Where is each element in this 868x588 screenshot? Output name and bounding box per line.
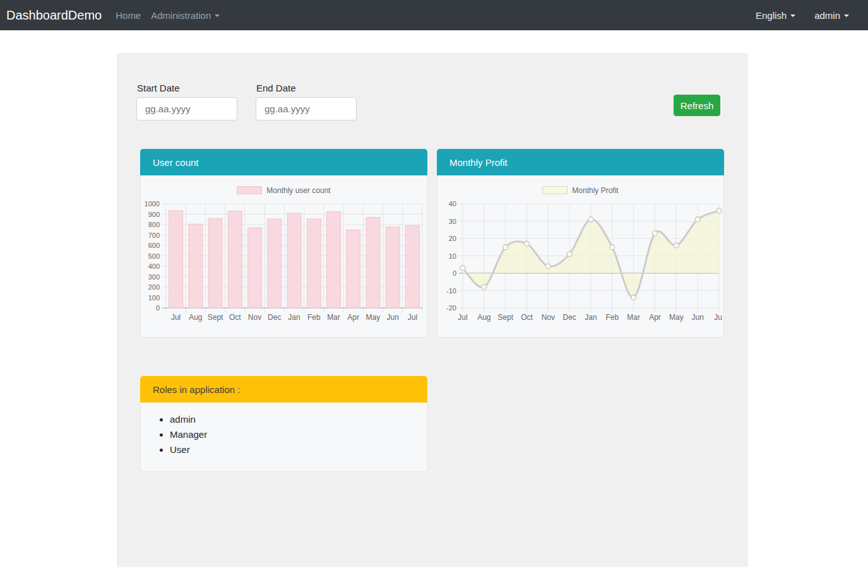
role-item: User — [170, 444, 427, 455]
svg-text:Jan: Jan — [585, 313, 597, 322]
svg-text:Feb: Feb — [307, 313, 321, 322]
roles-panel-header: Roles in application : — [140, 376, 427, 403]
svg-text:30: 30 — [449, 218, 456, 225]
navbar: DashboardDemo Home Administration Englis… — [0, 0, 868, 30]
user-count-panel: User count Monthly user count 0100200300… — [140, 149, 427, 338]
username-label: admin — [814, 10, 840, 21]
monthly-profit-panel-header: Monthly Profit — [437, 149, 724, 175]
roles-panel-title: Roles in application : — [153, 384, 240, 395]
svg-text:700: 700 — [148, 232, 160, 239]
svg-text:Aug: Aug — [477, 313, 490, 322]
refresh-button[interactable]: Refresh — [674, 95, 720, 116]
monthly-profit-panel: Monthly Profit Monthly Profit -20-100102… — [437, 149, 724, 338]
roles-list: admin Manager User — [141, 414, 427, 455]
end-date-label: End Date — [256, 83, 296, 93]
svg-text:Jul: Jul — [458, 313, 467, 322]
svg-text:Jan: Jan — [288, 313, 300, 322]
screen: DashboardDemo Home Administration Englis… — [0, 0, 868, 588]
chevron-down-icon — [215, 15, 220, 17]
user-count-panel-title: User count — [153, 157, 199, 168]
monthly-profit-line-chart: -20-10010203040JulAugSeptOctNovDecJanFeb… — [439, 198, 722, 328]
svg-text:500: 500 — [148, 252, 160, 260]
svg-text:Aug: Aug — [189, 313, 202, 322]
svg-text:100: 100 — [148, 294, 160, 302]
svg-text:May: May — [669, 313, 684, 322]
monthly-profit-panel-title: Monthly Profit — [449, 157, 508, 168]
user-count-panel-body: Monthly user count 010020030040050060070… — [141, 185, 427, 328]
svg-text:Jul: Jul — [714, 313, 722, 322]
brand-link[interactable]: DashboardDemo — [6, 8, 102, 23]
svg-text:Mar: Mar — [627, 313, 640, 322]
svg-text:Dec: Dec — [268, 313, 281, 322]
roles-panel-body: admin Manager User — [141, 414, 427, 455]
svg-text:Apr: Apr — [347, 313, 359, 322]
start-date-input[interactable] — [136, 97, 237, 121]
nav-item-administration[interactable]: Administration — [151, 10, 220, 21]
svg-text:800: 800 — [148, 221, 160, 228]
legend-swatch — [237, 186, 262, 194]
nav-right: English admin — [756, 10, 849, 21]
svg-text:Nov: Nov — [542, 313, 555, 322]
svg-text:0: 0 — [453, 269, 456, 277]
role-item: Manager — [170, 429, 427, 440]
user-count-legend: Monthly user count — [141, 185, 427, 195]
monthly-profit-panel-body: Monthly Profit -20-10010203040JulAugSept… — [437, 185, 723, 328]
svg-text:Mar: Mar — [327, 313, 340, 322]
svg-text:20: 20 — [449, 235, 456, 242]
language-dropdown[interactable]: English — [756, 10, 795, 21]
language-label: English — [756, 10, 787, 21]
svg-text:40: 40 — [449, 200, 456, 208]
svg-text:Oct: Oct — [521, 313, 533, 322]
end-date-input[interactable] — [256, 97, 357, 121]
nav-item-administration-label: Administration — [151, 10, 211, 21]
svg-text:Sept: Sept — [208, 313, 223, 322]
svg-text:10: 10 — [449, 252, 456, 260]
user-count-bar-chart: 01002003004005006007008009001000JulAugSe… — [142, 198, 425, 328]
nav-item-home[interactable]: Home — [116, 10, 141, 21]
svg-text:Jun: Jun — [691, 313, 703, 322]
role-item: admin — [170, 414, 427, 425]
svg-text:Jul: Jul — [171, 313, 181, 322]
legend-swatch — [542, 186, 568, 194]
svg-text:Jun: Jun — [386, 313, 398, 322]
roles-panel: Roles in application : admin Manager Use… — [140, 376, 427, 472]
svg-text:Sept: Sept — [497, 313, 513, 322]
svg-text:-20: -20 — [446, 304, 456, 312]
legend-label: Monthly user count — [266, 186, 330, 195]
svg-text:May: May — [366, 313, 381, 322]
user-dropdown[interactable]: admin — [814, 10, 849, 21]
svg-text:Jul: Jul — [408, 313, 417, 322]
svg-text:Nov: Nov — [248, 313, 261, 322]
content-container: Start Date End Date Refresh User count M… — [117, 53, 748, 567]
user-count-panel-header: User count — [140, 149, 427, 175]
nav-left: Home Administration — [116, 10, 220, 21]
svg-text:Apr: Apr — [649, 313, 661, 322]
start-date-label: Start Date — [137, 83, 180, 93]
chevron-down-icon — [844, 15, 849, 17]
svg-text:1000: 1000 — [145, 200, 160, 208]
svg-text:Oct: Oct — [229, 313, 241, 322]
svg-text:400: 400 — [148, 262, 160, 270]
legend-label: Monthly Profit — [572, 186, 618, 195]
svg-text:200: 200 — [148, 283, 160, 291]
svg-text:900: 900 — [148, 211, 160, 218]
svg-text:Dec: Dec — [562, 313, 576, 322]
svg-text:-10: -10 — [446, 287, 456, 295]
svg-text:0: 0 — [156, 304, 160, 312]
svg-text:Feb: Feb — [605, 313, 619, 322]
svg-text:600: 600 — [148, 242, 160, 249]
monthly-profit-legend: Monthly Profit — [437, 185, 723, 195]
chevron-down-icon — [790, 15, 795, 17]
svg-text:300: 300 — [148, 273, 160, 281]
